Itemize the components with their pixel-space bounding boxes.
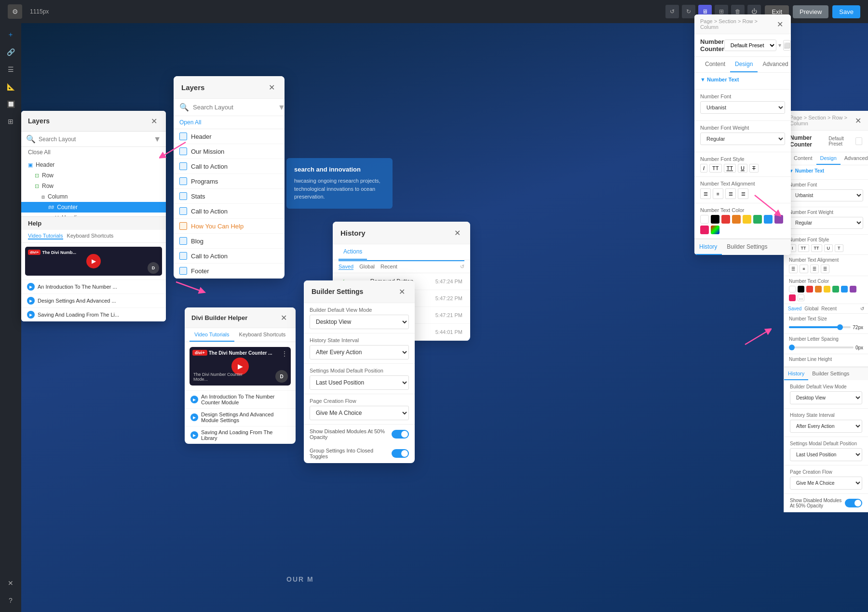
layer-item-header[interactable]: ▣ Header [21,160,166,170]
layer-main-header[interactable]: Header [174,129,285,144]
settings-bg-close-btn[interactable]: ✕ [854,115,862,126]
layer-item-row1[interactable]: ⊡ Row [21,170,166,181]
color-swatch-blue[interactable] [764,215,773,224]
color-swatch-red[interactable] [721,215,730,224]
bg-refresh-icon[interactable]: ↺ [860,306,864,311]
open-all-btn[interactable]: Open All [174,116,285,129]
preset-selector[interactable]: Default Preset [724,40,776,51]
bg-swatch-blue[interactable] [841,286,848,293]
bg-align-left-btn[interactable]: ☰ [789,265,798,273]
bg-modal-position-select[interactable]: Last Used Position [790,448,862,461]
dh-video-thumb[interactable]: divi+ The Divi Number Counter ... ▶ D Th… [190,347,291,386]
history-global-tab[interactable]: Global [359,264,375,270]
bottom-tab-builder-settings[interactable]: Builder Settings [722,239,772,255]
layers-close-all-btn[interactable]: Close All [21,147,166,158]
tab-content[interactable]: Content [700,57,730,72]
bs-view-mode-select[interactable]: Desktop View [310,315,409,329]
bg-align-justify-btn[interactable]: ☰ [821,265,829,273]
layers-main-search-input[interactable] [193,104,274,111]
bs-close-btn[interactable]: ✕ [396,286,407,297]
strikethrough-btn[interactable]: T [749,164,759,173]
dh-video-options-icon[interactable]: ⋮ [281,350,288,358]
tab-advanced[interactable]: Advanced [758,57,791,72]
tt-btn[interactable]: TT [709,164,721,173]
bg-saved-tab[interactable]: Saved [788,306,801,311]
bg-history-tab[interactable]: History [784,368,808,380]
help-video-item-3[interactable]: ▶ Saving And Loading From The Li... [21,307,166,321]
help-icon[interactable]: ? [3,593,18,608]
tt2-btn[interactable]: TT [724,164,736,173]
bg-view-mode-select[interactable]: Desktop View [790,391,862,404]
color-swatch-black[interactable] [711,215,719,224]
history-recent-tab[interactable]: Recent [380,264,397,270]
bs-page-creation-select[interactable]: Give Me A Choice [310,406,409,420]
close-icon[interactable]: ✕ [3,575,18,591]
color-swatch-pink[interactable] [700,226,709,234]
number-font-weight-select[interactable]: Regular [700,133,785,145]
bg-tab-design[interactable]: Design [816,152,841,165]
bs-toggle-opacity-switch[interactable] [392,430,409,439]
dh-tab-keyboard[interactable]: Keyboard Shortcuts [234,328,291,342]
layer-main-blog[interactable]: Blog [174,234,285,249]
bg-font-select[interactable]: Urbanist [789,189,863,201]
dh-list-item-3[interactable]: ▶ Saving And Loading From The Library [185,426,296,444]
expand-panel-icon[interactable]: ⬜ [783,40,791,51]
bg-global-tab[interactable]: Global [804,306,818,311]
design-icon[interactable]: 📐 [3,79,18,94]
bg-swatch-black[interactable] [798,286,804,293]
dh-tab-video[interactable]: Video Tutorials [190,328,234,342]
bg-expand-icon[interactable] [855,137,862,145]
color-swatch-yellow[interactable] [743,215,751,224]
layer-main-ourmission[interactable]: Our Mission [174,144,285,159]
tab-design[interactable]: Design [730,57,758,72]
layers-main-filter-icon[interactable]: ▼ [278,103,285,112]
keyboard-shortcuts-tab[interactable]: Keyboard Shortcuts [67,233,114,239]
number-font-select[interactable]: Urbanist [700,101,785,114]
dh-list-item-1[interactable]: ▶ An Introduction To The Number Counter … [185,390,296,408]
layer-main-cta3[interactable]: Call to Action [174,249,285,264]
bg-align-center-btn[interactable]: ≡ [800,265,808,273]
help-video-play-btn[interactable]: ▶ [86,254,101,268]
align-left-btn[interactable]: ☰ [700,188,711,199]
video-tutorials-tab[interactable]: Video Tutorials [28,233,63,239]
bg-history-interval-select[interactable]: After Every Action [790,420,862,433]
color-swatch-white[interactable] [700,215,709,224]
layer-main-cta2[interactable]: Call to Action [174,204,285,219]
add-module-icon[interactable]: ＋ [3,27,18,42]
layer-main-how-you[interactable]: How You Can Help [174,219,285,234]
bg-toggle-opacity-switch[interactable] [845,499,862,507]
layer-main-cta1[interactable]: Call to Action [174,159,285,174]
bg-swatch-purple[interactable] [850,286,856,293]
preview-button[interactable]: Preview [793,5,828,18]
dh-list-item-2[interactable]: ▶ Design Settings And Advanced Module Se… [185,408,296,426]
layer-item-row2[interactable]: ⊡ Row [21,181,166,191]
bg-weight-select[interactable]: Regular [789,217,863,229]
layer-item-counter[interactable]: ## Counter [21,202,166,213]
settings-close-btn[interactable]: ✕ [775,19,785,29]
bg-tab-advanced[interactable]: Advanced [841,152,868,165]
history-saved-tab[interactable]: Saved [339,264,353,270]
dh-close-btn[interactable]: ✕ [278,312,289,323]
module-icon[interactable]: 🔲 [3,96,18,112]
bg-align-right-btn[interactable]: ☰ [810,265,819,273]
color-swatch-purple[interactable] [774,215,783,224]
bg-swatch-orange[interactable] [815,286,822,293]
align-center-btn[interactable]: ≡ [713,188,723,199]
bg-tab-content[interactable]: Content [790,152,816,165]
bs-toggle-closed-switch[interactable] [392,449,409,458]
gear-icon[interactable]: ⚙ [8,4,22,19]
bg-strike-btn[interactable]: T [835,244,843,252]
color-swatch-gradient[interactable] [711,226,719,234]
history-tab-actions[interactable]: Actions [339,244,367,260]
align-right-btn[interactable]: ☰ [725,188,736,199]
grid2-icon[interactable]: ⊞ [3,114,18,129]
more-options-icon[interactable]: ▾ [778,42,781,49]
help-video-item-1[interactable]: ▶ An Introduction To The Number ... [21,279,166,293]
layer-main-stats[interactable]: Stats [174,189,285,204]
save-button[interactable]: Save [832,5,860,18]
help-video-item-2[interactable]: ▶ Design Settings And Advanced ... [21,293,166,307]
bottom-tab-history[interactable]: History [694,239,722,255]
undo-icon[interactable]: ↺ [665,5,679,18]
layers-main-close-btn[interactable]: ✕ [266,82,277,93]
help-video-thumb[interactable]: divi+ The Divi Numb... ▶ D [25,247,162,276]
